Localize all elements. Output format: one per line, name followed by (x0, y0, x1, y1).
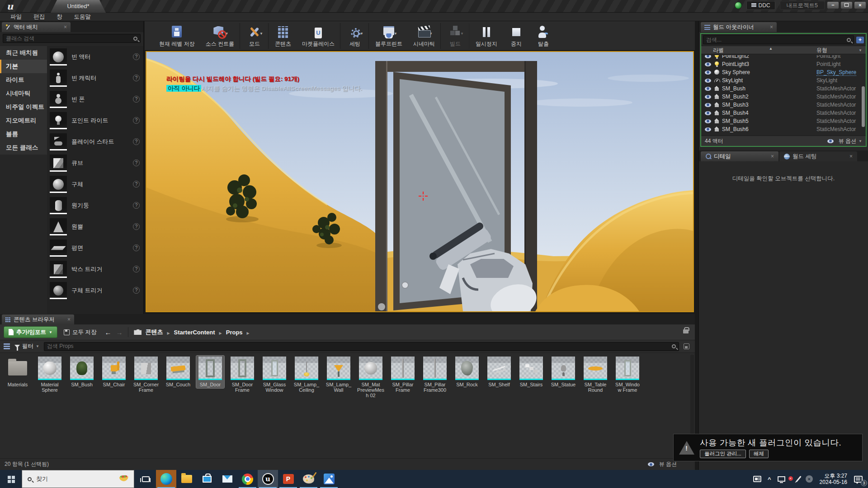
level-viewport[interactable]: 라이팅을 다시 빌드해야 합니다 (빌드 필요: 91개) 아직 아니다시지를 … (146, 51, 694, 312)
network-button[interactable] (774, 470, 788, 488)
asset-tile[interactable]: SM_Window Frame (613, 356, 642, 394)
filter-button[interactable]: 필터 ▼ (14, 343, 39, 350)
world-settings-tab[interactable]: 월드 세팅 × (779, 151, 857, 161)
actor-type[interactable]: StaticMeshActor (816, 126, 856, 132)
world-outliner-tab[interactable]: 월드 아웃라이너 × (701, 22, 777, 32)
asset-tile[interactable]: SM_Stairs (517, 356, 545, 388)
asset-tile[interactable]: SM_Statue (549, 356, 577, 388)
actor-list-item[interactable]: 포인트 라이트 (47, 110, 143, 131)
minimize-button[interactable]: − (827, 1, 839, 9)
toolbar-button[interactable]: 마켓플레이스 (297, 23, 340, 49)
asset-tile[interactable]: SM_Lamp_ Ceiling (292, 356, 321, 394)
actor-type[interactable]: StaticMeshActor (816, 85, 856, 92)
actor-list-item[interactable]: 큐브 (47, 152, 143, 174)
actor-type[interactable]: SkyLight (816, 77, 837, 84)
start-button[interactable] (0, 470, 22, 488)
asset-tile[interactable]: SM_Rock (453, 356, 481, 388)
toolbar-button[interactable]: ▼ 시네마틱 (408, 23, 441, 49)
category-item[interactable]: 비주얼 이펙트 (0, 100, 47, 114)
asset-tile[interactable]: SM_Table Round (581, 356, 609, 394)
visibility-eye-icon[interactable] (705, 79, 711, 83)
asset-tile[interactable]: SM_Couch (164, 356, 192, 388)
actor-list-item[interactable]: 평면 (47, 237, 143, 258)
visibility-eye-icon[interactable] (705, 87, 711, 91)
save-all-button[interactable]: 모두 저장 (64, 328, 96, 336)
visibility-eye-icon[interactable] (705, 103, 711, 107)
asset-tile[interactable]: SM_Glass Window (260, 356, 288, 394)
toolbar-button[interactable]: ▼ 세팅 (341, 23, 369, 49)
outliner-row[interactable]: PointLight2 PointLight (701, 55, 866, 60)
outliner-row[interactable]: SM_Bush6 StaticMeshActor (701, 125, 866, 133)
actor-type[interactable]: StaticMeshActor (816, 110, 856, 116)
asset-tile[interactable]: SM_Chair (100, 356, 128, 388)
help-icon[interactable] (133, 266, 140, 272)
help-icon[interactable] (133, 117, 140, 124)
category-item[interactable]: 지오메트리 (0, 114, 47, 127)
help-icon[interactable] (133, 96, 140, 103)
category-item[interactable]: 최근 배치됨 (0, 46, 47, 60)
toolbar-button[interactable]: ▼ 모드 (241, 23, 269, 49)
category-item[interactable]: 볼륨 (0, 127, 47, 141)
asset-tile[interactable]: SM_Door Frame (228, 356, 256, 394)
taskbar-app-button[interactable] (278, 470, 298, 488)
asset-tile[interactable]: SM_Pillar Frame (389, 356, 417, 394)
actor-list-item[interactable]: 빈 캐릭터 (47, 67, 143, 89)
details-tab[interactable]: 디테일 × (701, 151, 778, 161)
content-browser-scrollbar[interactable] (690, 355, 694, 445)
asset-tile[interactable]: Materials (4, 356, 32, 388)
asset-tile[interactable]: SM_Lamp_ Wall (325, 356, 353, 394)
category-item[interactable]: 라이트 (0, 73, 47, 87)
asset-tile[interactable]: SM_Shelf (485, 356, 513, 388)
taskbar-app-button[interactable] (176, 470, 197, 488)
visibility-eye-icon[interactable] (705, 119, 711, 123)
add-actor-icon[interactable] (856, 37, 864, 43)
chevron-down-icon[interactable]: ▼ (859, 48, 862, 52)
close-button[interactable]: × (854, 1, 866, 9)
taskbar-app-button[interactable] (217, 470, 237, 488)
outliner-row[interactable]: SM_Bush5 StaticMeshActor (701, 117, 866, 125)
actor-list-item[interactable]: 구체 (47, 174, 143, 195)
actor-list-item[interactable]: 원기둥 (47, 195, 143, 216)
actor-list-item[interactable]: 원뿔 (47, 216, 143, 237)
actor-type[interactable]: StaticMeshActor (816, 118, 856, 124)
settings-icon[interactable] (684, 343, 689, 349)
outliner-row[interactable]: SkyLight SkyLight (701, 76, 866, 84)
type-column-header[interactable]: 유형 (816, 46, 827, 54)
toolbar-button[interactable]: 중지 (503, 23, 530, 49)
sources-panel-icon[interactable] (4, 343, 10, 349)
help-icon[interactable] (133, 287, 140, 294)
menu-item[interactable]: 편집 (28, 13, 51, 21)
help-icon[interactable] (133, 244, 140, 251)
visibility-eye-icon[interactable] (705, 62, 711, 66)
visibility-eye-icon[interactable] (705, 127, 711, 131)
actor-list-item[interactable]: 플레이어 스타트 (47, 131, 143, 152)
ddc-button[interactable]: DDC (746, 1, 775, 10)
taskbar-app-button[interactable] (156, 470, 176, 488)
category-item[interactable]: 모든 클래스 (0, 141, 47, 155)
taskbar-app-button[interactable] (319, 470, 339, 488)
close-icon[interactable]: × (64, 24, 67, 30)
help-icon[interactable] (133, 138, 140, 145)
category-item[interactable]: 기본 (0, 60, 47, 73)
place-actors-tab[interactable]: 액터 배치 × (2, 22, 71, 32)
action-center-button[interactable]: 3 (851, 470, 868, 488)
toolbar-button[interactable]: 일시정지 (470, 23, 503, 49)
close-icon[interactable]: × (849, 153, 853, 160)
back-arrow-icon[interactable]: ← (104, 328, 111, 336)
visibility-eye-icon[interactable] (705, 55, 711, 58)
visibility-eye-icon[interactable] (705, 111, 711, 115)
help-icon[interactable] (133, 160, 140, 166)
hidden-icons-button[interactable]: ^ (764, 470, 774, 488)
visibility-eye-icon[interactable] (705, 70, 711, 75)
outliner-view-options[interactable]: 뷰 옵션 ▼ (824, 137, 862, 145)
label-column-header[interactable]: 라벨 (701, 46, 724, 54)
taskbar-clock[interactable]: 오후 3:27 2024-05-16 (816, 470, 851, 488)
outliner-row[interactable]: PointLight3 PointLight (701, 60, 866, 68)
toolbar-button[interactable]: ▼ 빌드 (442, 23, 469, 49)
visibility-eye-icon[interactable] (705, 95, 711, 99)
close-icon[interactable]: × (771, 153, 774, 160)
taskbar-app-button[interactable] (237, 470, 258, 488)
actor-type[interactable]: StaticMeshActor (816, 94, 856, 100)
outliner-row[interactable]: Sky Sphere BP_Sky_Sphere (701, 68, 866, 76)
help-icon[interactable] (133, 202, 140, 209)
